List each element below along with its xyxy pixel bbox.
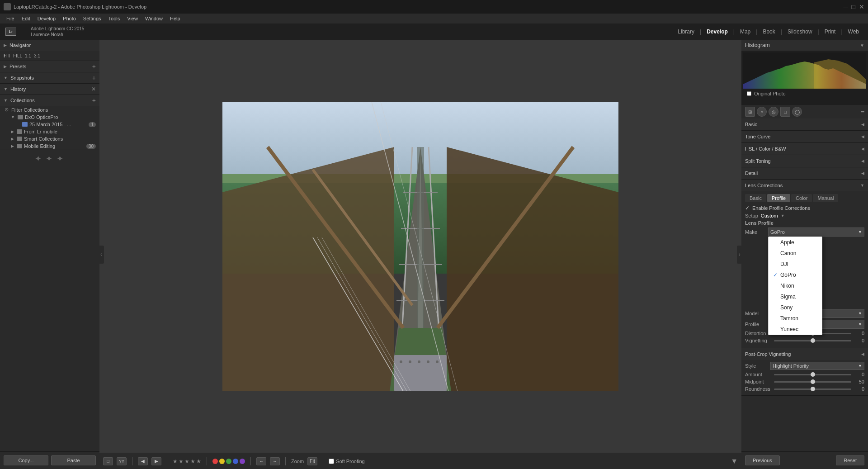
style-select[interactable]: Highlight Priority ▼ [770,362,864,370]
menu-develop[interactable]: Develop [35,15,58,22]
nav-book[interactable]: Book [759,28,778,36]
post-crop-content: Style Highlight Priority ▼ Amount 0 Midp… [741,360,868,395]
nav-print[interactable]: Print [821,28,840,36]
menu-edit[interactable]: Edit [19,15,33,22]
fit-button[interactable]: Fit [307,457,317,465]
reset-button[interactable]: Reset [836,455,864,465]
detail-header[interactable]: Detail ◀ [741,167,868,179]
crop-tool[interactable]: ⊞ [745,107,755,117]
nav-library[interactable]: Library [674,28,698,36]
radial-tool[interactable]: ◯ [792,107,802,117]
zoom-fill[interactable]: FILL [13,53,22,58]
lr-mobile-folder[interactable]: ▶ From Lr mobile [0,128,99,135]
copy-button[interactable]: Copy... [4,455,48,465]
history-header[interactable]: ▼ History ✕ [0,84,99,95]
menu-photo[interactable]: Photo [60,15,79,22]
maximize-button[interactable]: □ [852,3,855,10]
star-1[interactable]: ★ [173,458,178,464]
redeye-tool[interactable]: ◎ [769,107,778,117]
amount-slider[interactable] [774,374,851,375]
heal-tool[interactable]: ○ [757,107,767,117]
nav-slideshow[interactable]: Slideshow [784,28,816,36]
filter-collections-item[interactable]: ⊙ Filter Collections [0,106,99,114]
lc-tab-profile[interactable]: Profile [767,194,790,202]
minimize-button[interactable]: ─ [844,3,848,10]
window-controls[interactable]: ─ □ ✕ [844,3,864,10]
zoom-3-1[interactable]: 3:1 [34,53,40,58]
zoom-fit[interactable]: FIT [4,53,10,58]
star-4[interactable]: ★ [190,458,195,464]
lens-corrections-header[interactable]: Lens Corrections ▼ [741,180,868,191]
history-close[interactable]: ✕ [91,86,96,92]
snapshots-add[interactable]: + [92,74,96,81]
menu-view[interactable]: View [124,15,141,22]
menu-help[interactable]: Help [167,15,183,22]
navigator-header[interactable]: ▶ Navigator [0,40,99,51]
smart-collections-folder[interactable]: ▶ Smart Collections [0,135,99,142]
presets-header[interactable]: ▶ Presets + [0,61,99,72]
menu-file[interactable]: File [4,15,17,22]
presets-add[interactable]: + [92,63,96,70]
dd-sigma[interactable]: ✓ Sigma [769,291,822,302]
nav-map[interactable]: Map [736,28,754,36]
dd-sony[interactable]: ✓ Sony [769,302,822,313]
previous-button[interactable]: Previous [745,455,780,465]
dd-tamron[interactable]: ✓ Tamron [769,313,822,324]
menu-window[interactable]: Window [142,15,165,22]
star-3[interactable]: ★ [184,458,189,464]
vignetting-slider[interactable] [774,340,851,341]
color-yellow[interactable] [219,459,225,464]
color-purple[interactable] [240,459,245,464]
nav-prev-button[interactable]: ◀ [138,457,148,465]
toolbar-expand[interactable]: ▼ [731,457,738,465]
mobile-editing-folder[interactable]: ▶ Mobile Editing 30 [0,142,99,150]
nav-web[interactable]: Web [844,28,863,36]
original-photo-checkbox[interactable] [747,91,751,96]
setup-value[interactable]: Custom [761,213,778,218]
post-crop-header[interactable]: Post-Crop Vignetting ◀ [741,348,868,360]
color-red[interactable] [212,459,218,464]
dd-nikon[interactable]: ✓ Nikon [769,280,822,291]
dd-apple[interactable]: ✓ Apple [769,237,822,248]
dd-gopro[interactable]: ✓ GoPro [769,270,822,280]
roundness-slider[interactable] [774,388,851,390]
nav-develop[interactable]: Develop [703,28,731,36]
close-button[interactable]: ✕ [859,3,864,10]
gradient-tool[interactable]: □ [780,107,790,117]
make-select[interactable]: GoPro ▼ [768,227,864,237]
paste-button[interactable]: Paste [51,455,96,465]
prev-arrow-button[interactable]: ← [256,457,266,465]
snapshots-header[interactable]: ▼ Snapshots + [0,72,99,83]
star-2[interactable]: ★ [179,458,184,464]
menu-settings[interactable]: Settings [80,15,104,22]
midpoint-slider[interactable] [774,381,851,383]
enable-corrections-checkbox[interactable]: ✓ [745,205,750,211]
title-bar: LaptopLRCatalog-2 - Adobe Photoshop Ligh… [0,0,868,14]
march-folder[interactable]: ▶ 25 March 2015 - ... 1 [0,121,99,128]
star-5[interactable]: ★ [196,458,201,464]
collections-add[interactable]: + [92,97,96,104]
view-loupe-button[interactable]: □ [103,457,113,465]
menu-tools[interactable]: Tools [106,15,123,22]
soft-proofing-checkbox[interactable] [329,459,334,464]
color-blue[interactable] [233,459,238,464]
left-panel-collapse[interactable]: ‹ [99,246,104,264]
dd-dji[interactable]: ✓ DJI [769,259,822,270]
basic-header[interactable]: Basic ◀ [741,118,868,130]
lc-tab-basic[interactable]: Basic [745,194,766,202]
collections-header[interactable]: ▼ Collections + [0,95,99,106]
lc-tab-color[interactable]: Color [791,194,812,202]
view-compare-button[interactable]: YY [117,457,127,465]
hsl-header[interactable]: HSL / Color / B&W ◀ [741,143,868,155]
zoom-1-1[interactable]: 1:1 [25,53,31,58]
dd-yuneec[interactable]: ✓ Yuneec [769,324,822,335]
split-toning-header[interactable]: Split Toning ◀ [741,155,868,167]
dxo-folder[interactable]: ▼ DxO OpticsPro [0,114,99,121]
tone-curve-header[interactable]: Tone Curve ◀ [741,131,868,142]
nav-next-button[interactable]: ▶ [151,457,161,465]
right-panel-collapse[interactable]: › [737,246,742,264]
color-green[interactable] [226,459,231,464]
next-arrow-button[interactable]: → [270,457,280,465]
dd-canon[interactable]: ✓ Canon [769,248,822,259]
lc-tab-manual[interactable]: Manual [813,194,838,202]
